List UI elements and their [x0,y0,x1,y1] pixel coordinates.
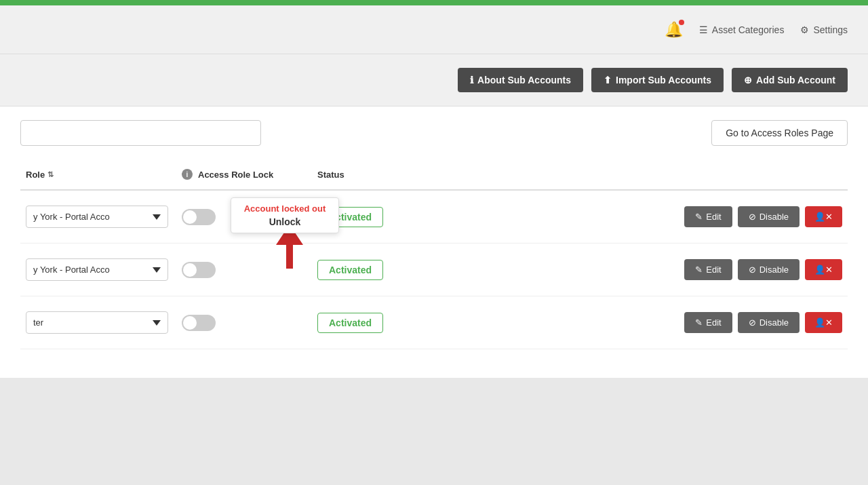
row-1-disable-button[interactable]: ⊘ Disable [738,206,800,227]
add-sub-account-button[interactable]: ⊕ Add Sub Account [732,68,848,92]
row-1-role-select[interactable]: y York - Portal Acco [26,206,168,228]
import-sub-accounts-button[interactable]: ⬆ Import Sub Accounts [591,68,724,92]
settings-icon: ⚙ [800,24,809,35]
column-header-actions [420,166,848,182]
search-input[interactable] [20,120,261,146]
edit-icon: ✎ [695,317,703,328]
plus-circle-icon: ⊕ [744,75,752,85]
remove-user-icon: 👤✕ [814,265,833,275]
row-3-remove-button[interactable]: 👤✕ [805,312,842,333]
remove-user-icon: 👤✕ [814,212,833,222]
row-3-actions-cell: ✎ Edit ⊘ Disable 👤✕ [420,309,848,336]
row-3-access-role-toggle[interactable] [182,315,216,331]
row-2-access-role-toggle[interactable] [182,262,216,278]
row-2-status-cell: Activated [312,257,420,283]
info-icon: ℹ [470,75,473,85]
column-header-status: Status [312,166,420,182]
row-1-edit-button[interactable]: ✎ Edit [684,206,732,227]
info-circle-icon: i [182,169,193,180]
content-toolbar: Go to Access Roles Page [20,120,848,146]
page-toolbar: ℹ About Sub Accounts ⬆ Import Sub Accoun… [0,54,868,106]
row-2-disable-button[interactable]: ⊘ Disable [738,259,800,280]
row-3-status-badge: Activated [317,313,383,333]
lock-popup: Account locked out Unlock [231,197,339,233]
row-3-status-cell: Activated [312,310,420,336]
settings-link[interactable]: ⚙ Settings [800,24,848,35]
row-3-toggle-cell [176,312,312,334]
row-2-remove-button[interactable]: 👤✕ [805,259,842,280]
header: 🔔 ☰ Asset Categories ⚙ Settings [0,5,868,54]
asset-categories-icon: ☰ [699,24,708,35]
table-row: y York - Portal Acco Activated ✎ Edit ⊘ … [20,244,848,296]
row-1-role-cell: y York - Portal Acco [20,203,176,231]
settings-label: Settings [813,24,848,35]
asset-categories-label: Asset Categories [712,24,785,35]
row-3-role-select[interactable]: ter [26,311,168,334]
row-2-role-select[interactable]: y York - Portal Acco [26,258,168,281]
row-1-actions-cell: ✎ Edit ⊘ Disable 👤✕ [420,203,848,230]
row-1-access-role-toggle[interactable] [182,209,216,225]
disable-icon: ⊘ [749,212,756,222]
row-2-role-cell: y York - Portal Acco [20,256,176,284]
row-2-edit-button[interactable]: ✎ Edit [684,259,732,280]
about-sub-accounts-button[interactable]: ℹ About Sub Accounts [458,68,583,92]
remove-user-icon: 👤✕ [814,317,833,328]
disable-icon: ⊘ [749,317,756,328]
row-2-actions-cell: ✎ Edit ⊘ Disable 👤✕ [420,256,848,283]
row-2-status-badge: Activated [317,260,383,280]
upload-icon: ⬆ [604,75,612,85]
header-actions: 🔔 ☰ Asset Categories ⚙ Settings [665,21,848,39]
sort-icon: ⇅ [47,170,54,179]
row-3-edit-button[interactable]: ✎ Edit [684,312,732,333]
row-2-toggle-cell [176,259,312,281]
main-content: Go to Access Roles Page Role ⇅ i Access … [0,106,868,378]
row-3-disable-button[interactable]: ⊘ Disable [738,312,800,333]
go-to-access-roles-button[interactable]: Go to Access Roles Page [711,120,848,146]
disable-icon: ⊘ [749,265,756,275]
column-header-access-role-lock: i Access Role Lock [176,166,312,182]
notification-bell[interactable]: 🔔 [665,21,683,39]
top-bar [0,0,868,5]
notification-dot [679,20,684,25]
locked-out-text: Account locked out [242,203,328,214]
edit-icon: ✎ [695,212,703,222]
asset-categories-link[interactable]: ☰ Asset Categories [699,24,785,35]
row-3-role-cell: ter [20,309,176,336]
table-header: Role ⇅ i Access Role Lock Status [20,159,848,191]
table-row: y York - Portal Acco Activated ✎ Edit ⊘ … [20,191,848,244]
unlock-button[interactable]: Unlock [242,216,328,227]
edit-icon: ✎ [695,265,703,275]
column-header-role: Role ⇅ [20,166,176,182]
table-row: ter Activated ✎ Edit ⊘ Disable 👤✕ [20,296,848,349]
row-1-remove-button[interactable]: 👤✕ [805,206,842,227]
